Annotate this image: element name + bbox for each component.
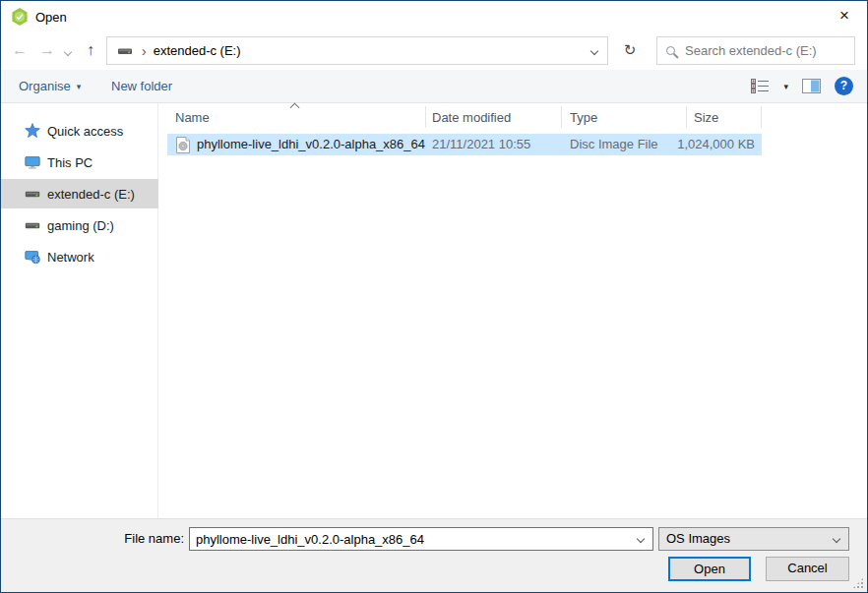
chevron-down-icon	[64, 48, 72, 56]
search-input[interactable]	[685, 43, 858, 58]
forward-button[interactable]: →	[34, 32, 60, 70]
help-button[interactable]: ?	[835, 77, 853, 95]
views-dropdown-icon[interactable]: ▾	[783, 82, 788, 91]
details-view-icon[interactable]	[751, 79, 770, 93]
sidebar-item-gaming-d[interactable]: gaming (D:)	[1, 210, 158, 240]
caret-down-icon: ▾	[77, 71, 82, 103]
command-toolbar: Organise▾ New folder ▾ ?	[1, 70, 867, 103]
search-icon	[666, 46, 675, 55]
column-divider[interactable]	[561, 106, 562, 128]
star-icon	[25, 123, 40, 139]
file-row-selected[interactable]: phyllome-live_ldhi_v0.2.0-alpha_x86_64 2…	[167, 134, 762, 155]
sidebar-item-label: This PC	[47, 155, 93, 170]
preview-pane-icon[interactable]	[802, 79, 821, 93]
sidebar-item-label: gaming (D:)	[47, 218, 114, 233]
refresh-button[interactable]: ↻	[614, 36, 646, 65]
column-divider[interactable]	[761, 106, 762, 128]
column-header-date-modified[interactable]: Date modified	[432, 103, 511, 131]
sidebar-item-this-pc[interactable]: This PC	[1, 148, 158, 177]
file-name-label: File name:	[1, 531, 184, 546]
new-folder-button[interactable]: New folder	[111, 70, 172, 102]
sidebar-item-network[interactable]: Network	[1, 242, 158, 271]
address-dropdown-icon[interactable]	[590, 47, 598, 55]
file-size-cell: 1,024,000 KB	[647, 134, 755, 155]
file-list: Name Date modified Type Size phyllome-li…	[159, 103, 867, 519]
column-headers: Name Date modified Type Size	[159, 103, 867, 131]
up-button[interactable]: ↑	[78, 32, 103, 70]
file-type-cell: Disc Image File	[570, 134, 658, 155]
drive-icon	[25, 186, 40, 202]
file-type-value: OS Images	[666, 531, 730, 546]
dialog-footer: File name: OS Images Open Cancel	[1, 518, 867, 592]
navigation-pane: Quick access This PC extended-c (E:)	[1, 103, 158, 519]
main-area: Quick access This PC extended-c (E:)	[1, 103, 867, 519]
recent-locations-dropdown[interactable]	[60, 32, 76, 70]
breadcrumb-location[interactable]: extended-c (E:)	[154, 43, 241, 58]
search-box[interactable]	[656, 36, 855, 65]
monitor-icon	[25, 154, 40, 170]
title-bar: Open ×	[1, 1, 867, 32]
sidebar-item-label: extended-c (E:)	[47, 187, 135, 202]
sidebar-item-label: Quick access	[47, 124, 123, 139]
file-date-cell: 21/11/2021 10:55	[432, 134, 530, 155]
sidebar-item-quick-access[interactable]: Quick access	[1, 116, 158, 146]
resize-grip[interactable]	[852, 577, 864, 589]
file-name-combobox[interactable]	[189, 527, 653, 551]
network-icon	[25, 249, 40, 265]
open-button[interactable]: Open	[668, 557, 751, 581]
file-type-select[interactable]: OS Images	[658, 527, 849, 551]
column-divider[interactable]	[425, 106, 426, 128]
window-title: Open	[35, 10, 67, 25]
close-button[interactable]: ×	[822, 1, 867, 31]
disc-image-file-icon	[176, 137, 190, 153]
navigation-bar: ← → ↑ › extended-c (E:) ↻	[1, 32, 867, 70]
open-dialog-window: Open × ← → ↑ › extended-c (E:) ↻ Organis…	[0, 0, 868, 593]
column-header-size[interactable]: Size	[694, 103, 718, 131]
column-divider[interactable]	[686, 106, 687, 128]
organise-label: Organise	[19, 79, 71, 93]
column-header-type[interactable]: Type	[570, 103, 597, 131]
file-name-input[interactable]	[190, 528, 652, 550]
cancel-button[interactable]: Cancel	[766, 557, 849, 581]
app-icon	[10, 7, 30, 27]
drive-icon	[25, 217, 40, 233]
drive-icon	[117, 43, 133, 59]
chevron-down-icon	[833, 535, 840, 543]
column-header-name[interactable]: Name	[175, 103, 210, 131]
organise-button[interactable]: Organise▾	[19, 70, 81, 102]
sidebar-item-label: Network	[47, 250, 94, 265]
back-button[interactable]: ←	[7, 32, 32, 70]
breadcrumb-separator-icon: ›	[142, 43, 147, 59]
sidebar-item-extended-c[interactable]: extended-c (E:)	[1, 179, 158, 208]
toolbar-right-group: ▾ ?	[751, 70, 853, 102]
file-name-cell: phyllome-live_ldhi_v0.2.0-alpha_x86_64	[197, 134, 425, 155]
breadcrumb[interactable]: › extended-c (E:)	[106, 36, 608, 65]
